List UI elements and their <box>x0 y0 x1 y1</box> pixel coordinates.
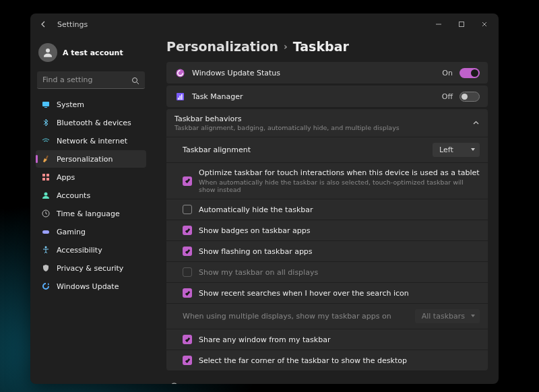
sidebar-item-label: Time & language <box>57 209 120 218</box>
shield-icon <box>41 263 51 273</box>
close-button[interactable] <box>473 15 496 34</box>
sidebar-item-accounts[interactable]: Accounts <box>36 187 146 204</box>
wifi-icon <box>41 136 51 145</box>
main-content: Personalization › Taskbar Windows Update… <box>152 35 499 384</box>
svg-point-2 <box>46 48 50 53</box>
svg-line-4 <box>137 82 139 84</box>
svg-rect-7 <box>46 156 49 159</box>
row-label: Windows Update Status <box>192 69 435 77</box>
account-header[interactable]: A test account <box>36 38 146 71</box>
svg-point-15 <box>45 247 47 249</box>
setting-row: Windows Update StatusOn <box>166 62 488 84</box>
svg-rect-14 <box>42 230 49 234</box>
search-input[interactable] <box>37 71 145 89</box>
sidebar-item-gaming[interactable]: Gaming <box>36 223 146 240</box>
minimize-button[interactable] <box>427 15 450 34</box>
access-icon <box>41 245 51 255</box>
svg-rect-8 <box>42 174 45 176</box>
toggle-switch[interactable] <box>459 92 480 102</box>
setting-row: Task ManagerOff <box>166 86 488 107</box>
help-icon: ? <box>169 382 179 384</box>
sidebar-item-personalization[interactable]: Personalization <box>36 150 146 168</box>
row-label: Show my taskbar on all displays <box>199 268 480 277</box>
behavior-row: Share any window from my taskbar <box>166 329 488 350</box>
maximize-button[interactable] <box>450 15 473 34</box>
panel-subtitle: Taskbar alignment, badging, automaticall… <box>175 124 472 131</box>
sidebar-item-windows-update[interactable]: Windows Update <box>36 277 146 295</box>
behavior-row: Show flashing on taskbar apps <box>166 240 488 261</box>
svg-point-12 <box>44 193 48 196</box>
search-box[interactable] <box>37 71 145 89</box>
breadcrumb-current: Taskbar <box>293 39 349 54</box>
sidebar-item-label: Windows Update <box>57 282 119 291</box>
sidebar-item-accessibility[interactable]: Accessibility <box>36 241 146 259</box>
behavior-row: Show recent searches when I hover over t… <box>166 282 488 303</box>
update-icon <box>41 282 51 291</box>
sidebar-item-bluetooth-devices[interactable]: Bluetooth & devices <box>36 114 146 131</box>
behavior-row: When using multiple displays, show my ta… <box>166 303 488 329</box>
row-label: Show recent searches when I hover over t… <box>199 289 480 298</box>
sidebar-item-label: Privacy & security <box>57 264 123 273</box>
monitor-icon <box>41 100 51 109</box>
sidebar-item-apps[interactable]: Apps <box>36 168 146 186</box>
svg-rect-11 <box>46 178 49 181</box>
checkbox[interactable] <box>183 335 192 344</box>
checkbox <box>183 267 192 277</box>
toggle-state: On <box>442 69 453 77</box>
panel-header[interactable]: Taskbar behaviors Taskbar alignment, bad… <box>166 109 488 137</box>
sidebar-item-privacy-security[interactable]: Privacy & security <box>36 259 146 277</box>
sidebar-item-time-language[interactable]: Time & language <box>36 205 146 222</box>
svg-point-3 <box>133 78 137 83</box>
sidebar-item-label: Accessibility <box>57 246 102 255</box>
bt-icon <box>41 118 51 127</box>
checkbox[interactable] <box>183 247 192 256</box>
alignment-dropdown[interactable]: Left <box>433 143 480 157</box>
sidebar-item-label: Apps <box>57 173 75 182</box>
sidebar-item-label: Accounts <box>57 191 90 200</box>
checkbox[interactable] <box>183 356 192 365</box>
row-label: Show badges on taskbar apps <box>199 226 480 235</box>
sidebar-item-label: System <box>57 100 84 109</box>
sidebar-item-system[interactable]: System <box>36 96 146 113</box>
breadcrumb: Personalization › Taskbar <box>166 38 488 62</box>
titlebar: Settings <box>30 13 499 35</box>
svg-rect-19 <box>179 96 181 100</box>
search-icon <box>131 75 139 88</box>
checkbox[interactable] <box>183 226 192 235</box>
toggle-switch[interactable] <box>459 68 480 78</box>
alignment-label: Taskbar alignment <box>183 145 426 154</box>
behavior-row: Select the far corner of the taskbar to … <box>166 350 488 370</box>
svg-rect-18 <box>178 98 179 100</box>
svg-rect-1 <box>459 22 464 27</box>
avatar <box>38 43 57 62</box>
svg-rect-10 <box>42 178 45 181</box>
breadcrumb-parent[interactable]: Personalization <box>166 39 278 54</box>
clock-icon <box>41 209 51 218</box>
chevron-up-icon <box>472 117 480 129</box>
svg-rect-5 <box>42 102 49 106</box>
account-name: A test account <box>63 48 123 57</box>
behavior-row: Automatically hide the taskbar <box>166 199 488 220</box>
game-icon <box>41 227 51 236</box>
row-label: Share any window from my taskbar <box>199 335 480 344</box>
checkbox[interactable] <box>183 205 192 214</box>
behavior-row: Optimize taskbar for touch interactions … <box>166 162 488 199</box>
dropdown: All taskbars <box>415 309 480 323</box>
svg-rect-6 <box>44 107 47 108</box>
svg-rect-20 <box>181 94 183 100</box>
settings-window: Settings A test account SystemBluetooth … <box>30 13 499 384</box>
row-label: Optimize taskbar for touch interactions … <box>199 168 480 193</box>
checkbox[interactable] <box>183 176 192 186</box>
sidebar-item-label: Personalization <box>57 155 113 164</box>
sidebar-item-network-internet[interactable]: Network & internet <box>36 132 146 150</box>
panel-title: Taskbar behaviors <box>175 115 472 123</box>
row-label: Select the far corner of the taskbar to … <box>199 356 480 365</box>
sidebar-item-label: Network & internet <box>57 137 127 145</box>
grid-icon <box>41 172 51 182</box>
get-help-link[interactable]: ? Get help <box>166 378 488 384</box>
back-button[interactable] <box>33 20 55 28</box>
checkbox[interactable] <box>183 288 192 298</box>
taskmgr-icon <box>175 91 185 102</box>
row-label: When using multiple displays, show my ta… <box>183 312 408 321</box>
behavior-row: Show my taskbar on all displays <box>166 261 488 282</box>
